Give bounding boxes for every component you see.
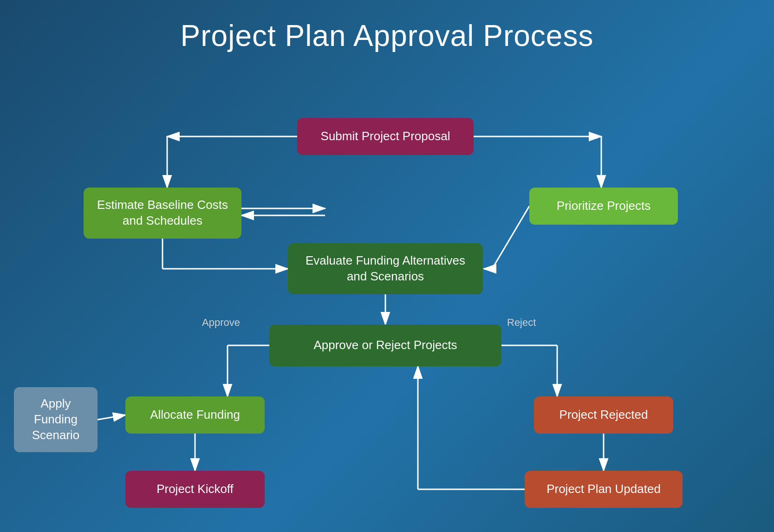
node-plan-updated: Project Plan Updated <box>525 471 683 508</box>
svg-line-10 <box>492 206 529 269</box>
page-title: Project Plan Approval Process <box>0 0 774 62</box>
node-rejected-label: Project Rejected <box>559 407 648 423</box>
node-estimate-label: Estimate Baseline Costs and Schedules <box>93 197 232 229</box>
node-kickoff-label: Project Kickoff <box>156 481 234 497</box>
node-estimate-baseline: Estimate Baseline Costs and Schedules <box>84 188 241 239</box>
diagram-container: Submit Project Proposal Estimate Baselin… <box>0 62 774 517</box>
node-apply-funding: Apply Funding Scenario <box>14 387 98 452</box>
node-approve-reject-label: Approve or Reject Projects <box>313 337 457 353</box>
node-approve-reject: Approve or Reject Projects <box>269 324 501 366</box>
node-apply-label: Apply Funding Scenario <box>23 396 88 443</box>
node-plan-updated-label: Project Plan Updated <box>546 481 661 497</box>
reject-label: Reject <box>507 317 536 329</box>
node-allocate-funding: Allocate Funding <box>125 396 265 434</box>
node-project-kickoff: Project Kickoff <box>125 471 265 508</box>
node-evaluate-funding: Evaluate Funding Alternatives and Scenar… <box>288 243 483 294</box>
node-prioritize-label: Prioritize Projects <box>557 198 650 214</box>
node-evaluate-label: Evaluate Funding Alternatives and Scenar… <box>297 253 474 285</box>
approve-label: Approve <box>202 317 240 329</box>
node-submit-proposal: Submit Project Proposal <box>297 118 474 155</box>
node-submit-label: Submit Project Proposal <box>321 129 450 144</box>
node-allocate-label: Allocate Funding <box>150 407 240 423</box>
node-prioritize-projects: Prioritize Projects <box>529 188 678 225</box>
node-project-rejected: Project Rejected <box>534 396 673 434</box>
svg-line-17 <box>98 415 125 420</box>
